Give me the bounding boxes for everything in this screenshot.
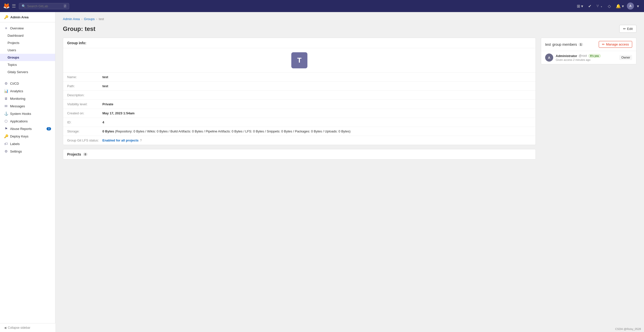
analytics-label: Analytics	[10, 89, 23, 93]
group-path-row: Path: test	[63, 82, 536, 91]
sidebar-item-projects[interactable]: Projects	[0, 39, 55, 46]
sidebar-item-abuse-reports[interactable]: ⚑ Abuse Reports 0	[0, 125, 55, 132]
name-value: test	[102, 75, 108, 79]
manage-access-button[interactable]: ✏ Manage access	[599, 41, 632, 48]
sidebar-item-analytics[interactable]: 📊 Analytics	[0, 87, 55, 95]
issues-button[interactable]: ◇	[606, 2, 613, 10]
analytics-icon: 📊	[4, 89, 8, 93]
collapse-label: Collapse sidebar	[8, 326, 30, 329]
sidebar-item-users[interactable]: Users	[0, 46, 55, 54]
content-right: test group members 1 ✏ Manage access A	[541, 38, 636, 68]
storage-value: 0 Bytes (Repository: 0 Bytes / Wikis: 0 …	[102, 129, 350, 133]
topnav-icons: ⊞ ▾ ✔ ⑂ ▾ ◇ 🔔 ▾ A ▾	[575, 2, 641, 10]
sidebar: 🔑 Admin Area ≡ Overview Dashboard Projec…	[0, 12, 55, 332]
group-info-body: Name: test Path: test Description: Vi	[63, 73, 536, 145]
grid-menu-button[interactable]: ⊞ ▾	[575, 2, 585, 10]
gitaly-label: Gitaly Servers	[8, 70, 28, 74]
member-role: Owner	[619, 55, 632, 60]
hamburger-icon[interactable]: ☰	[12, 3, 16, 9]
page-footer: CSDH @Ricky_0528	[612, 326, 644, 332]
group-info-header: Group info:	[63, 38, 536, 48]
edit-label: Edit	[627, 27, 633, 31]
sidebar-item-dashboard[interactable]: Dashboard	[0, 32, 55, 39]
labels-label: Labels	[10, 142, 20, 146]
member-avatar: A	[545, 54, 553, 62]
search-bar: 🔍 /	[19, 3, 69, 9]
sidebar-item-cicd[interactable]: ⚙ CI/CD	[0, 80, 55, 87]
group-lfs-row: Group Git LFS status: Enabled for all pr…	[63, 136, 536, 145]
name-label: Name:	[67, 75, 102, 79]
sidebar-item-system-hooks[interactable]: ⚓ System Hooks	[0, 110, 55, 117]
monitoring-label: Monitoring	[10, 97, 25, 101]
edit-icon: ✏	[623, 27, 626, 31]
overview-icon: ≡	[4, 26, 8, 30]
sidebar-item-labels[interactable]: 🏷 Labels	[0, 140, 55, 148]
breadcrumb-sep-2: ›	[96, 17, 97, 21]
group-name-in-members: test	[545, 42, 551, 46]
id-value: 4	[102, 120, 104, 124]
applications-label: Applications	[10, 119, 28, 123]
messages-icon: ✉	[4, 104, 8, 108]
member-name: Administrator	[556, 54, 577, 58]
groups-label: Groups	[8, 56, 19, 59]
projects-count: 0	[83, 153, 88, 156]
sidebar-item-deploy-keys[interactable]: 🔑 Deploy Keys	[0, 132, 55, 140]
sidebar-title: Admin Area	[10, 15, 28, 19]
abuse-reports-badge: 0	[47, 127, 51, 130]
sidebar-item-groups[interactable]: Groups	[0, 54, 55, 61]
group-storage-row: Storage: 0 Bytes (Repository: 0 Bytes / …	[63, 127, 536, 136]
breadcrumb-groups[interactable]: Groups	[84, 17, 95, 21]
settings-icon: ⚙	[4, 149, 8, 153]
system-hooks-label: System Hooks	[10, 112, 31, 116]
edit-button[interactable]: ✏ Edit	[619, 25, 636, 33]
abuse-reports-icon: ⚑	[4, 127, 8, 131]
projects-header: Projects 0	[63, 149, 536, 159]
lfs-label: Group Git LFS status:	[67, 138, 102, 142]
breadcrumb-current: test	[99, 17, 104, 21]
breadcrumb-admin-area[interactable]: Admin Area	[63, 17, 80, 21]
sidebar-header: 🔑 Admin Area	[0, 12, 55, 22]
members-header: test group members 1 ✏ Manage access	[541, 38, 636, 51]
merge-request-button[interactable]: ⑂ ▾	[594, 2, 605, 10]
collapse-sidebar-button[interactable]: ◀ Collapse sidebar	[0, 323, 55, 332]
deploy-keys-icon: 🔑	[4, 134, 8, 138]
projects-label: Projects	[8, 41, 19, 45]
created-value: May 17, 2023 1:54am	[102, 111, 135, 115]
sidebar-item-messages[interactable]: ✉ Messages	[0, 102, 55, 110]
lfs-help-icon[interactable]: ?	[140, 139, 142, 142]
search-icon: 🔍	[22, 4, 26, 8]
group-avatar-section: T	[63, 48, 536, 73]
gitlab-logo-icon[interactable]: 🦊	[3, 3, 10, 9]
avatar[interactable]: A	[627, 3, 634, 10]
group-created-row: Created on: May 17, 2023 1:54am	[63, 109, 536, 118]
members-title: test group members 1	[545, 42, 583, 46]
avatar-dropdown-button[interactable]: ▾	[635, 2, 641, 10]
member-info: Administrator @root It's you Given acces…	[556, 54, 619, 61]
topnav: 🦊 ☰ 🔍 / ⊞ ▾ ✔ ⑂ ▾ ◇ 🔔 ▾ A ▾	[0, 0, 644, 12]
sidebar-item-topics[interactable]: Topics	[0, 61, 55, 68]
lfs-link[interactable]: Enabled for all projects	[102, 138, 139, 142]
member-username: @root	[579, 54, 587, 58]
search-input[interactable]	[27, 4, 62, 8]
sidebar-item-applications[interactable]: ⬡ Applications	[0, 117, 55, 125]
topics-label: Topics	[8, 63, 17, 67]
lfs-value: Enabled for all projects ?	[102, 138, 142, 142]
sidebar-item-overview[interactable]: ≡ Overview	[0, 24, 55, 32]
collapse-icon: ◀	[4, 326, 6, 329]
dashboard-label: Dashboard	[8, 34, 24, 37]
sidebar-item-monitoring[interactable]: 🖥 Monitoring	[0, 95, 55, 102]
system-hooks-icon: ⚓	[4, 112, 8, 116]
group-id-row: ID: 4	[63, 118, 536, 127]
bell-button[interactable]: 🔔 ▾	[614, 2, 626, 10]
sidebar-section-overview: ≡ Overview Dashboard Projects Users Grou…	[0, 22, 55, 78]
group-visibility-row: Visibility level: Private	[63, 100, 536, 109]
projects-label: Projects	[67, 152, 81, 156]
todo-button[interactable]: ✔	[586, 2, 593, 10]
sidebar-item-label: Overview	[10, 26, 24, 30]
sidebar-item-gitaly-servers[interactable]: Gitaly Servers	[0, 68, 55, 76]
sidebar-item-settings[interactable]: ⚙ Settings	[0, 148, 55, 155]
footer-text: CSDH @Ricky_0528	[615, 327, 641, 330]
group-info-card: Group info: T Name: test Path: test	[63, 38, 536, 145]
id-label: ID:	[67, 120, 102, 124]
settings-label: Settings	[10, 150, 22, 153]
